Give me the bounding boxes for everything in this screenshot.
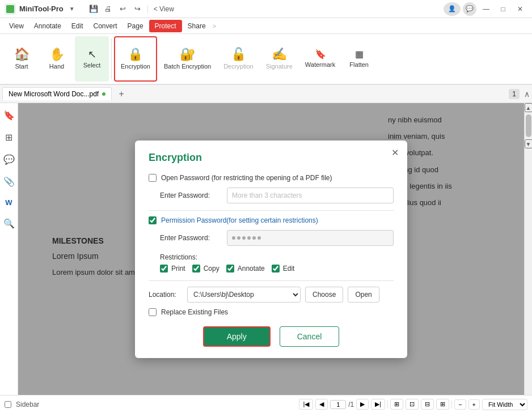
ribbon-signature-label: Signature — [266, 63, 293, 70]
scroll-up-btn[interactable]: ▲ — [525, 103, 533, 112]
menu-edit[interactable]: Edit — [67, 21, 88, 31]
edit-restriction: Edit — [272, 265, 295, 273]
ribbon-batch-encryption[interactable]: 🔐 Batch Encryption — [158, 36, 217, 82]
ribbon-decryption[interactable]: 🔓 Decryption — [218, 36, 259, 82]
prev-page-button[interactable]: ◀ — [315, 399, 328, 410]
zoom-out-button[interactable]: − — [454, 399, 466, 410]
open-button[interactable]: Open — [348, 287, 379, 303]
choose-button[interactable]: Choose — [305, 287, 343, 303]
ribbon-encryption[interactable]: 🔒 Encryption — [114, 36, 157, 82]
copy-checkbox[interactable] — [192, 265, 200, 273]
zoom-select[interactable]: Fit Width — [482, 399, 527, 410]
select-icon: ↖ — [88, 49, 96, 59]
hand-icon: ✋ — [49, 48, 65, 61]
ribbon-signature[interactable]: ✍ Signature — [260, 36, 298, 82]
last-page-button[interactable]: ▶| — [371, 399, 385, 410]
menu-share[interactable]: Share — [183, 21, 210, 31]
annotate-label[interactable]: Annotate — [238, 265, 265, 273]
modal-close-button[interactable]: ✕ — [389, 147, 400, 159]
status-bar: Sidebar |◀ ◀ /1 ▶ ▶| ⊞ ⊡ ⊟ ⊞ − + Fit Wid… — [0, 395, 532, 413]
zoom-in-button[interactable]: + — [468, 399, 480, 410]
more-icon[interactable]: > — [212, 23, 217, 29]
copy-label[interactable]: Copy — [204, 265, 219, 273]
word-icon[interactable]: W — [3, 196, 14, 209]
page-input[interactable] — [330, 400, 346, 409]
print-label[interactable]: Print — [171, 265, 185, 273]
ribbon-encryption-label: Encryption — [121, 63, 150, 70]
scroll-down-btn[interactable]: ▼ — [525, 139, 533, 148]
menu-protect[interactable]: Protect — [149, 20, 182, 32]
sidebar-toggle[interactable] — [5, 401, 11, 408]
view-mode-3[interactable]: ⊟ — [421, 399, 434, 410]
permission-password-field[interactable] — [227, 230, 394, 246]
ribbon-select[interactable]: ↖ Select — [75, 36, 109, 82]
first-page-button[interactable]: |◀ — [299, 399, 313, 410]
status-separator-2 — [451, 401, 452, 408]
view-mode-2[interactable]: ⊡ — [406, 399, 419, 410]
main-layout: 🔖 ⊞ 💬 📎 W 🔍 ny nibh euismod inim veniam,… — [0, 103, 532, 395]
undo-button[interactable]: ↩ — [117, 3, 129, 15]
open-password-checkbox[interactable] — [149, 174, 157, 182]
flatten-icon: ▦ — [355, 50, 364, 59]
window-controls: 👤 💬 — □ ✕ — [444, 2, 527, 16]
minimize-button[interactable]: — — [479, 3, 493, 15]
page-number-badge: 1 — [509, 89, 520, 99]
close-button[interactable]: ✕ — [513, 3, 527, 15]
title-bar-dropdown-icon[interactable]: ▼ — [69, 6, 75, 12]
annotate-restriction: Annotate — [226, 265, 265, 273]
chat-icon[interactable]: 💬 — [463, 2, 476, 16]
view-mode-1[interactable]: ⊞ — [390, 399, 403, 410]
document-tab[interactable]: New Microsoft Word Doc...pdf — [2, 87, 112, 100]
cancel-button[interactable]: Cancel — [280, 326, 340, 347]
replace-label[interactable]: Replace Existing Files — [161, 308, 228, 316]
redo-button[interactable]: ↪ — [132, 3, 144, 15]
search-icon[interactable]: 🔍 — [1, 216, 17, 231]
maximize-button[interactable]: □ — [496, 3, 510, 15]
edit-checkbox[interactable] — [272, 265, 280, 273]
permission-password-checkbox[interactable] — [149, 216, 157, 224]
annotate-checkbox[interactable] — [226, 265, 234, 273]
attachment-icon[interactable]: 📎 — [1, 174, 17, 189]
sidebar-label: Sidebar — [16, 401, 39, 408]
menu-page[interactable]: Page — [123, 21, 148, 31]
location-select[interactable]: C:\Users\bj\Desktop — [187, 287, 301, 303]
ribbon-watermark[interactable]: 🔖 Watermark — [299, 36, 341, 82]
start-icon: 🏠 — [14, 48, 29, 61]
comment-icon[interactable]: 💬 — [1, 152, 17, 167]
ribbon-hand[interactable]: ✋ Hand — [40, 36, 74, 82]
location-label: Location: — [149, 291, 183, 299]
scrollbar-thumb[interactable] — [526, 114, 531, 137]
status-left: Sidebar — [5, 401, 39, 408]
pages-icon[interactable]: ⊞ — [3, 130, 15, 145]
view-label[interactable]: < View — [151, 5, 176, 13]
open-password-label[interactable]: Open Password (for restricting the openi… — [161, 174, 332, 182]
open-password-field[interactable] — [227, 188, 394, 203]
permission-password-label[interactable]: Permission Password(for setting certain … — [161, 216, 318, 224]
restrictions-label: Restrictions: — [160, 253, 197, 261]
ribbon-start[interactable]: 🏠 Start — [5, 36, 39, 82]
menu-annotate[interactable]: Annotate — [29, 21, 66, 31]
scroll-up-button[interactable]: ∧ — [524, 90, 530, 99]
replace-checkbox[interactable] — [149, 308, 157, 316]
view-mode-4[interactable]: ⊞ — [436, 399, 449, 410]
decryption-icon: 🔓 — [231, 48, 246, 61]
encryption-icon: 🔒 — [128, 48, 143, 61]
menu-convert[interactable]: Convert — [89, 21, 122, 31]
location-row: Location: C:\Users\bj\Desktop Choose Ope… — [149, 287, 394, 303]
ribbon-flatten[interactable]: ▦ Flatten — [342, 36, 376, 82]
bookmark-icon[interactable]: 🔖 — [1, 108, 17, 123]
permission-password-row: Permission Password(for setting certain … — [149, 216, 394, 224]
print-button[interactable]: 🖨 — [102, 3, 115, 15]
password-dot-4 — [247, 236, 251, 240]
save-button[interactable]: 💾 — [87, 3, 100, 15]
print-checkbox[interactable] — [160, 265, 168, 273]
edit-label[interactable]: Edit — [283, 265, 295, 273]
menu-view[interactable]: View — [5, 21, 28, 31]
add-tab-button[interactable]: + — [114, 87, 129, 101]
password-dot-1 — [232, 236, 235, 240]
batch-encryption-icon: 🔐 — [180, 48, 195, 61]
apply-button[interactable]: Apply — [203, 326, 271, 347]
user-avatar[interactable]: 👤 — [444, 2, 461, 16]
next-page-button[interactable]: ▶ — [356, 399, 369, 410]
modal-title: Encryption — [149, 152, 394, 164]
